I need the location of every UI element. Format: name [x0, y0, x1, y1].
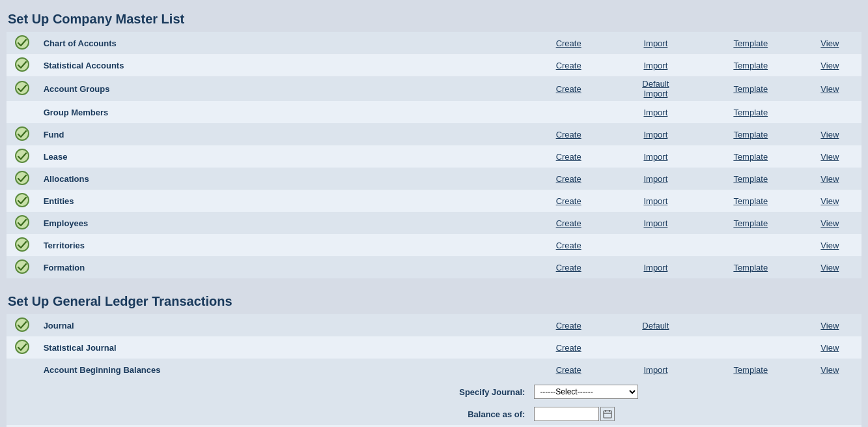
view-link[interactable]: View [820, 174, 839, 184]
template-cell-account-beginning-balances[interactable]: Template [703, 359, 798, 381]
template-link[interactable]: Template [733, 130, 768, 140]
specify-journal-cell[interactable]: ------Select------ [529, 381, 861, 403]
template-link[interactable]: Template [733, 38, 768, 48]
template-link[interactable]: Template [733, 61, 768, 70]
import-cell-allocations[interactable]: Import [608, 168, 703, 190]
create-cell-account-groups[interactable]: Create [529, 76, 608, 101]
import-link[interactable]: Import [643, 365, 667, 375]
calendar-button[interactable] [600, 407, 615, 421]
balance-date-input[interactable] [534, 407, 599, 421]
create-cell-allocations[interactable]: Create [529, 168, 608, 190]
view-link[interactable]: View [820, 263, 839, 272]
template-link[interactable]: Template [733, 152, 768, 162]
import-link[interactable]: Import [643, 108, 667, 117]
create-link[interactable]: Create [556, 343, 581, 353]
view-cell-territories[interactable]: View [798, 234, 861, 256]
create-link[interactable]: Create [556, 263, 581, 272]
template-cell-allocations[interactable]: Template [703, 168, 798, 190]
template-cell-group-members[interactable]: Template [703, 101, 798, 123]
create-link[interactable]: Create [556, 196, 581, 206]
view-link[interactable]: View [820, 61, 839, 70]
template-link[interactable]: Template [733, 196, 768, 206]
view-link[interactable]: View [820, 152, 839, 162]
create-link[interactable]: Create [556, 152, 581, 162]
create-link[interactable]: Create [556, 241, 581, 250]
view-link[interactable]: View [820, 38, 839, 48]
default-link[interactable]: Default [642, 321, 669, 331]
create-link[interactable]: Create [556, 365, 581, 375]
create-link[interactable]: Create [556, 61, 581, 70]
create-link[interactable]: Create [556, 174, 581, 184]
view-link[interactable]: View [820, 196, 839, 206]
specify-journal-select[interactable]: ------Select------ [534, 385, 638, 399]
create-link[interactable]: Create [556, 321, 581, 331]
view-link[interactable]: View [820, 343, 839, 353]
template-cell-employees[interactable]: Template [703, 212, 798, 234]
view-link[interactable]: View [820, 130, 839, 140]
import-link[interactable]: Import [643, 38, 667, 48]
template-cell-formation[interactable]: Template [703, 256, 798, 278]
view-link[interactable]: View [820, 365, 839, 375]
template-cell-fund[interactable]: Template [703, 123, 798, 145]
import-link[interactable]: Import [643, 218, 667, 228]
create-cell-territories[interactable]: Create [529, 234, 608, 256]
create-link[interactable]: Create [556, 84, 581, 94]
template-cell-lease[interactable]: Template [703, 145, 798, 168]
import-cell-account-beginning-balances[interactable]: Import [608, 359, 703, 381]
import-cell-fund[interactable]: Import [608, 123, 703, 145]
template-link[interactable]: Template [733, 365, 768, 375]
view-cell-journal[interactable]: View [798, 314, 861, 336]
balance-as-of-cell[interactable] [529, 403, 861, 425]
view-link[interactable]: View [820, 218, 839, 228]
import-link[interactable]: Import [643, 61, 667, 70]
view-cell-formation[interactable]: View [798, 256, 861, 278]
view-link[interactable]: View [820, 84, 839, 94]
view-cell-statistical-accounts[interactable]: View [798, 54, 861, 76]
import-cell-group-members[interactable]: Import [608, 101, 703, 123]
template-link[interactable]: Template [733, 174, 768, 184]
import-cell-formation[interactable]: Import [608, 256, 703, 278]
import-cell-statistical-accounts[interactable]: Import [608, 54, 703, 76]
view-cell-lease[interactable]: View [798, 145, 861, 168]
import-cell-journal[interactable]: Default [608, 314, 703, 336]
view-link[interactable]: View [820, 321, 839, 331]
template-link[interactable]: Template [733, 108, 768, 117]
view-cell-statistical-journal[interactable]: View [798, 336, 861, 359]
template-cell-statistical-accounts[interactable]: Template [703, 54, 798, 76]
import-link[interactable]: Import [643, 130, 667, 140]
create-cell-account-beginning-balances[interactable]: Create [529, 359, 608, 381]
view-cell-allocations[interactable]: View [798, 168, 861, 190]
create-cell-entities[interactable]: Create [529, 190, 608, 212]
import-link[interactable]: Import [643, 152, 667, 162]
create-cell-fund[interactable]: Create [529, 123, 608, 145]
view-cell-employees[interactable]: View [798, 212, 861, 234]
create-cell-formation[interactable]: Create [529, 256, 608, 278]
import-link[interactable]: Import [643, 263, 667, 272]
create-cell-journal[interactable]: Create [529, 314, 608, 336]
template-link[interactable]: Template [733, 263, 768, 272]
import-link[interactable]: Import [643, 174, 667, 184]
import-cell-entities[interactable]: Import [608, 190, 703, 212]
view-cell-entities[interactable]: View [798, 190, 861, 212]
template-link[interactable]: Template [733, 218, 768, 228]
template-cell-chart-of-accounts[interactable]: Template [703, 32, 798, 54]
view-link[interactable]: View [820, 241, 839, 250]
view-cell-fund[interactable]: View [798, 123, 861, 145]
template-cell-entities[interactable]: Template [703, 190, 798, 212]
view-cell-account-groups[interactable]: View [798, 76, 861, 101]
create-cell-statistical-journal[interactable]: Create [529, 336, 608, 359]
import-cell-chart-of-accounts[interactable]: Import [608, 32, 703, 54]
create-link[interactable]: Create [556, 218, 581, 228]
view-cell-chart-of-accounts[interactable]: View [798, 32, 861, 54]
default-import-link[interactable]: DefaultImport [642, 79, 669, 98]
create-cell-lease[interactable]: Create [529, 145, 608, 168]
template-cell-account-groups[interactable]: Template [703, 76, 798, 101]
create-cell-employees[interactable]: Create [529, 212, 608, 234]
import-cell-employees[interactable]: Import [608, 212, 703, 234]
import-cell-lease[interactable]: Import [608, 145, 703, 168]
create-link[interactable]: Create [556, 130, 581, 140]
template-link[interactable]: Template [733, 84, 768, 94]
view-cell-account-beginning-balances[interactable]: View [798, 359, 861, 381]
create-cell-chart-of-accounts[interactable]: Create [529, 32, 608, 54]
create-cell-statistical-accounts[interactable]: Create [529, 54, 608, 76]
